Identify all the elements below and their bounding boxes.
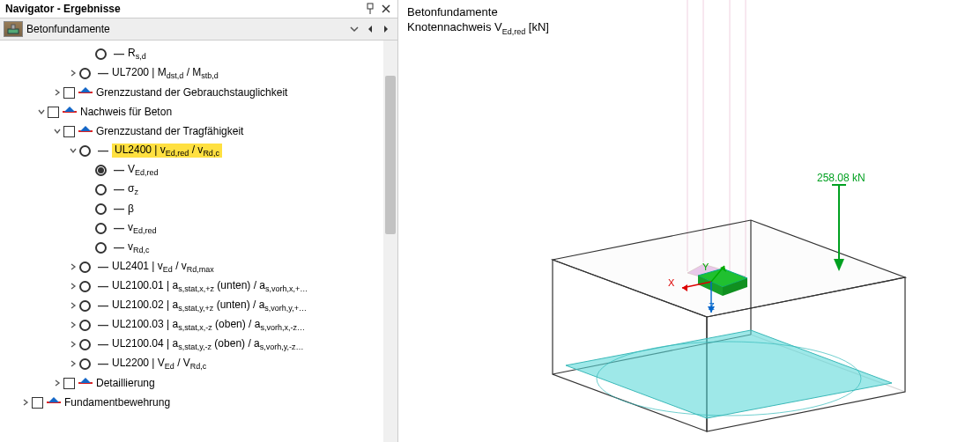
radio[interactable]	[95, 184, 107, 195]
dash-icon: —	[114, 48, 124, 60]
dash-icon: —	[114, 183, 124, 195]
radio[interactable]	[95, 48, 107, 60]
radio[interactable]	[79, 68, 91, 79]
dash-icon: —	[98, 67, 108, 79]
chevron-right-icon[interactable]	[67, 321, 79, 328]
tree-row[interactable]: Grenzzustand der Gebrauchstauglichkeit	[4, 83, 383, 102]
category-selector[interactable]: Betonfundamente	[0, 18, 397, 41]
flag-icon	[47, 397, 61, 408]
tree-row[interactable]: —β	[4, 199, 383, 218]
tree-item-label: Rs,d	[128, 47, 146, 61]
tree-item-label: UL2100.03 | as,stat,x,-z (oben) / as,vor…	[112, 318, 305, 332]
pin-icon[interactable]	[364, 3, 376, 15]
dash-icon: —	[98, 319, 108, 331]
radio[interactable]	[79, 320, 91, 331]
tree-row[interactable]: —UL2100.04 | as,stat,y,-z (oben) / as,vo…	[4, 335, 383, 354]
tree-item-label: UL2100.02 | as,stat,y,+z (unten) / as,vo…	[112, 298, 307, 313]
scroll-thumb[interactable]	[385, 76, 396, 234]
checkbox[interactable]	[48, 107, 59, 118]
radio[interactable]	[95, 203, 107, 215]
chevron-down-icon[interactable]	[67, 147, 79, 154]
tree-row[interactable]: Fundamentbewehrung	[4, 393, 383, 412]
tree-item-label: UL2400 | vEd,red / vRd,c	[112, 144, 222, 158]
dash-icon: —	[114, 203, 124, 215]
tree-row[interactable]: —UL2100.03 | as,stat,x,-z (oben) / as,vo…	[4, 315, 383, 335]
svg-marker-16	[566, 330, 892, 418]
tree-row[interactable]: Detaillierung	[4, 373, 383, 393]
tree-row[interactable]: —vEd,red	[4, 218, 383, 238]
dash-icon: —	[98, 299, 108, 312]
checkbox[interactable]	[63, 378, 75, 389]
tree-row[interactable]: —vRd,c	[4, 238, 383, 257]
flag-icon	[63, 107, 77, 117]
chevron-down-icon[interactable]	[346, 21, 362, 37]
chevron-right-icon[interactable]	[51, 379, 63, 387]
chevron-right-icon[interactable]	[67, 70, 79, 77]
tree-row[interactable]: —UL2200 | VEd / VRd,c	[4, 354, 383, 373]
chevron-right-icon[interactable]	[67, 283, 79, 290]
dash-icon: —	[98, 338, 108, 350]
viewport-3d[interactable]: Betonfundamente Knotennachweis VEd,red […	[398, 0, 980, 442]
close-icon[interactable]	[380, 3, 392, 15]
chevron-right-icon[interactable]	[67, 360, 79, 367]
radio[interactable]	[95, 242, 107, 254]
tree-item-label: Detaillierung	[96, 377, 155, 389]
chevron-right-icon[interactable]	[19, 399, 32, 406]
chevron-down-icon[interactable]	[35, 108, 48, 115]
tree-row[interactable]: —Rs,d	[4, 44, 383, 63]
tree-row[interactable]: —UL7200 | Mdst,d / Mstb,d	[4, 63, 383, 83]
tree-item-label: UL2100.04 | as,stat,y,-z (oben) / as,vor…	[112, 337, 304, 351]
chevron-right-icon[interactable]	[51, 89, 63, 96]
dash-icon: —	[98, 144, 108, 157]
tree-item-label: Fundamentbewehrung	[64, 396, 170, 409]
axis-x-label: X	[668, 277, 674, 288]
radio[interactable]	[79, 300, 91, 312]
radio[interactable]	[79, 262, 91, 273]
checkbox[interactable]	[63, 87, 75, 99]
tree-row[interactable]: —UL2401 | vEd / vRd,max	[4, 257, 383, 276]
radio[interactable]	[95, 165, 107, 176]
tree-row[interactable]: —UL2100.01 | as,stat,x,+z (unten) / as,v…	[4, 276, 383, 296]
dash-icon: —	[114, 241, 124, 254]
result-tree[interactable]: —Rs,d—UL7200 | Mdst,d / Mstb,dGrenzzusta…	[0, 41, 383, 442]
tree-row[interactable]: —σz	[4, 180, 383, 199]
chevron-right-icon[interactable]	[67, 263, 79, 270]
tree-row[interactable]: —UL2400 | vEd,red / vRd,c	[4, 141, 383, 160]
tree-item-label: vEd,red	[128, 221, 157, 235]
scene-svg	[398, 0, 980, 442]
svg-rect-4	[8, 29, 19, 33]
dash-icon: —	[98, 357, 108, 370]
nav-prev-icon[interactable]	[362, 21, 378, 37]
tree-row[interactable]: —UL2100.02 | as,stat,y,+z (unten) / as,v…	[4, 296, 383, 315]
chevron-right-icon[interactable]	[67, 341, 79, 348]
svg-rect-5	[11, 25, 15, 29]
tree-item-label: Grenzzustand der Tragfähigkeit	[96, 125, 243, 137]
flag-icon	[78, 87, 93, 98]
radio[interactable]	[79, 358, 91, 370]
tree-item-label: VEd,red	[128, 163, 159, 177]
radio[interactable]	[79, 145, 91, 157]
foundation-icon	[4, 21, 23, 37]
category-selector-label: Betonfundamente	[26, 23, 346, 35]
tree-row[interactable]: Grenzzustand der Tragfähigkeit	[4, 122, 383, 141]
radio[interactable]	[79, 339, 91, 350]
flag-icon	[78, 126, 93, 136]
axis-y-label: Y	[702, 262, 709, 272]
chevron-down-icon[interactable]	[51, 128, 63, 135]
navigator-panel: Navigator - Ergebnisse Betonfundamente —…	[0, 0, 398, 442]
dash-icon: —	[98, 280, 108, 292]
dash-icon: —	[114, 164, 124, 176]
tree-scrollbar[interactable]	[383, 41, 397, 442]
dash-icon: —	[98, 261, 108, 273]
tree-row[interactable]: Nachweis für Beton	[4, 102, 383, 122]
checkbox[interactable]	[32, 397, 43, 409]
radio[interactable]	[95, 223, 107, 234]
tree-item-label: vRd,c	[128, 240, 150, 254]
chevron-right-icon[interactable]	[67, 302, 79, 309]
tree-row[interactable]: —VEd,red	[4, 160, 383, 180]
checkbox[interactable]	[63, 126, 75, 137]
nav-next-icon[interactable]	[378, 21, 394, 37]
radio[interactable]	[79, 281, 91, 292]
tree-item-label: β	[128, 203, 134, 215]
tree-item-label: UL2401 | vEd / vRd,max	[112, 260, 214, 274]
